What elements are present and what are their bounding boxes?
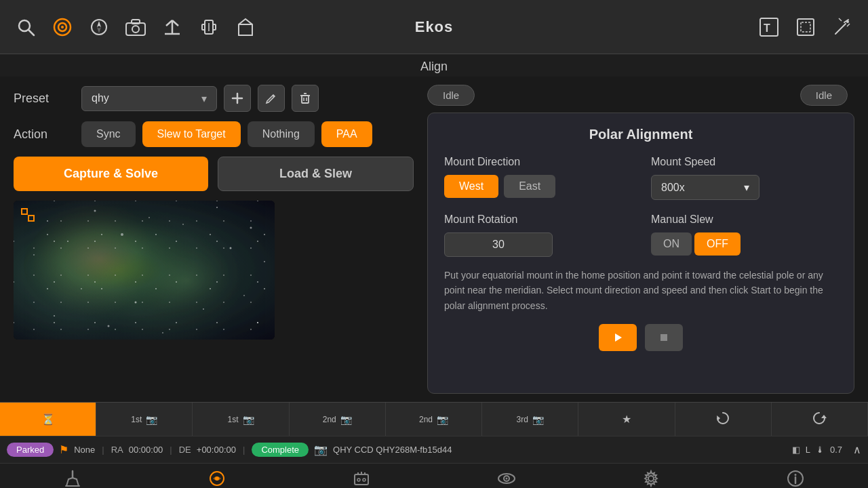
filter-icon[interactable]	[233, 15, 258, 39]
tab-3rd-cam[interactable]: 3rd 📷	[482, 403, 578, 436]
manual-slew-off-button[interactable]: OFF	[694, 232, 741, 256]
tab-star[interactable]: ★	[578, 403, 675, 436]
compass-icon[interactable]	[87, 15, 111, 39]
nothing-button[interactable]: Nothing	[248, 121, 315, 147]
polar-grid: Mount Direction West East Mount Speed 80…	[444, 156, 837, 257]
nav-connect[interactable]: Connect	[0, 470, 144, 488]
search-icon[interactable]	[14, 15, 38, 39]
stop-polar-alignment-button[interactable]	[645, 324, 683, 351]
expand-up-icon[interactable]: ∧	[853, 443, 861, 456]
svg-point-85	[795, 474, 797, 476]
tab-2nd-cam1[interactable]: 2nd 📷	[290, 403, 386, 436]
svg-rect-16	[202, 24, 205, 30]
top-bar: Ekos T	[0, 0, 868, 54]
svg-rect-23	[797, 19, 814, 35]
delete-preset-button[interactable]	[292, 85, 319, 112]
nav-view[interactable]: View	[434, 470, 578, 488]
image-preview	[14, 201, 275, 340]
frame-select-icon[interactable]	[793, 15, 818, 39]
left-panel: Preset qhy ▾	[14, 85, 414, 394]
direction-buttons: West East	[444, 175, 631, 198]
de-value: +00:00:00	[197, 445, 236, 455]
nav-settings[interactable]: Settings	[578, 470, 723, 488]
refresh-icon	[812, 411, 827, 428]
complete-badge: Complete	[252, 443, 309, 457]
tab-sync[interactable]	[675, 403, 772, 436]
tab-1st-cam2[interactable]: 1st 📷	[193, 403, 289, 436]
capture-solve-button[interactable]: Capture & Solve	[14, 157, 208, 191]
svg-line-29	[839, 18, 842, 21]
nav-device[interactable]: Device	[290, 470, 434, 488]
camera-capture-icon[interactable]	[123, 15, 148, 39]
mount-speed-dropdown[interactable]: 800x ▾	[651, 175, 760, 200]
tab-2nd-label-1: 2nd	[323, 415, 336, 424]
speed-value: 800x	[661, 182, 685, 194]
paa-button[interactable]: PAA	[321, 121, 372, 147]
bottom-tabs: ⏳ 1st 📷 1st 📷 2nd 📷 2nd 📷 3rd 📷 ★	[0, 402, 868, 436]
preset-dropdown[interactable]: qhy ▾	[81, 86, 217, 111]
add-preset-button[interactable]	[224, 85, 251, 112]
right-panel: Idle Idle Polar Alignment Mount Directio…	[427, 85, 854, 394]
chevron-down-icon: ▾	[201, 92, 207, 105]
svg-rect-17	[213, 24, 216, 30]
polar-alignment-title: Polar Alignment	[444, 127, 837, 142]
svg-point-27	[846, 20, 849, 23]
text-overlay-icon[interactable]: T	[757, 15, 781, 39]
svg-point-41	[94, 210, 96, 212]
east-button[interactable]: East	[504, 175, 555, 198]
settings-gear-icon	[642, 470, 660, 488]
expand-preview-icon[interactable]	[20, 207, 35, 226]
tab-2nd-label-2: 2nd	[419, 415, 433, 424]
svg-point-42	[149, 217, 150, 218]
tab-1st-cam1[interactable]: 1st 📷	[96, 403, 193, 436]
svg-line-68	[66, 479, 68, 486]
mount-direction-section: Mount Direction West East	[444, 156, 631, 200]
slew-to-target-button[interactable]: Slew to Target	[142, 121, 241, 147]
svg-rect-33	[302, 96, 309, 103]
preset-value: qhy	[92, 92, 109, 104]
svg-point-48	[182, 224, 184, 225]
sync-button[interactable]: Sync	[81, 121, 136, 147]
preset-label: Preset	[14, 92, 75, 106]
de-label: DE	[179, 445, 191, 455]
svg-marker-64	[821, 415, 827, 418]
svg-text:T: T	[764, 22, 770, 34]
connect-icon	[64, 470, 81, 488]
timer-icon: ⏳	[41, 413, 55, 426]
edit-preset-button[interactable]	[258, 85, 285, 112]
svg-point-53	[203, 308, 204, 310]
camera-status-icon: 📷	[314, 443, 328, 456]
tab-1st-label-2: 1st	[228, 415, 239, 424]
west-button[interactable]: West	[444, 175, 498, 198]
svg-line-28	[847, 24, 850, 26]
status-end: ◧ L 🌡 0.7 ∧	[792, 443, 861, 456]
bottom-nav: Connect Ekos Device	[0, 463, 868, 488]
polar-controls	[444, 324, 837, 351]
svg-point-40	[47, 220, 48, 222]
svg-point-78	[363, 479, 366, 481]
load-slew-button[interactable]: Load & Slew	[218, 157, 414, 191]
filter-value: L	[806, 445, 810, 455]
svg-rect-59	[22, 209, 27, 214]
focuser-icon[interactable]	[197, 15, 221, 39]
svg-marker-6	[97, 21, 101, 27]
target-circle-icon[interactable]	[50, 15, 75, 39]
manual-slew-on-button[interactable]: ON	[651, 232, 692, 256]
left-status-badge: Idle	[427, 85, 475, 106]
tab-timer[interactable]: ⏳	[0, 403, 96, 436]
mount-icon[interactable]	[160, 15, 184, 39]
nav-ekos[interactable]: Ekos	[144, 469, 289, 488]
tab-2nd-cam2[interactable]: 2nd 📷	[386, 403, 482, 436]
rotation-input[interactable]	[444, 232, 553, 257]
sync-circle-icon	[715, 411, 730, 428]
start-polar-alignment-button[interactable]	[599, 324, 637, 351]
manual-slew-section: Manual Slew ON OFF	[651, 214, 837, 257]
magic-icon[interactable]	[830, 15, 854, 39]
svg-point-56	[108, 325, 110, 327]
mount-flag-icon: ⚑	[59, 443, 68, 456]
svg-rect-10	[132, 20, 140, 24]
tab-refresh[interactable]	[772, 403, 868, 436]
mount-rotation-label: Mount Rotation	[444, 214, 631, 226]
nav-about[interactable]: About	[724, 470, 868, 488]
svg-point-82	[648, 476, 654, 481]
